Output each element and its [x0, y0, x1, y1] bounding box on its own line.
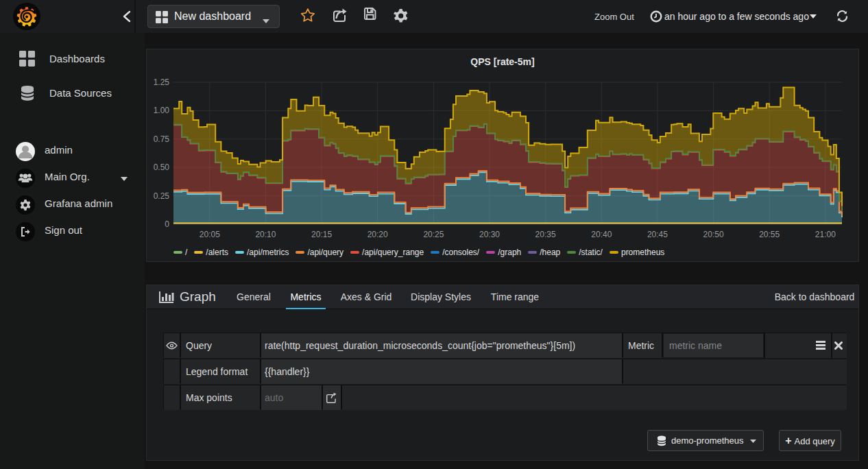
- svg-text:20:30: 20:30: [479, 230, 500, 239]
- svg-text:1.00: 1.00: [154, 106, 170, 115]
- svg-text:1.25: 1.25: [154, 77, 170, 87]
- svg-text:20:15: 20:15: [311, 230, 332, 239]
- svg-text:0: 0: [165, 219, 169, 229]
- svg-text:20:50: 20:50: [703, 230, 724, 239]
- svg-text:20:45: 20:45: [647, 230, 668, 239]
- svg-text:21:00: 21:00: [815, 230, 836, 239]
- svg-text:20:05: 20:05: [200, 230, 220, 239]
- svg-text:20:40: 20:40: [591, 230, 612, 239]
- svg-text:20:55: 20:55: [759, 230, 780, 239]
- svg-text:0.75: 0.75: [154, 134, 170, 144]
- svg-text:0.25: 0.25: [154, 191, 170, 201]
- svg-text:0.50: 0.50: [154, 163, 170, 172]
- svg-text:20:25: 20:25: [423, 230, 444, 239]
- svg-text:20:20: 20:20: [367, 230, 388, 239]
- svg-text:20:10: 20:10: [255, 230, 276, 239]
- svg-text:20:35: 20:35: [535, 230, 556, 239]
